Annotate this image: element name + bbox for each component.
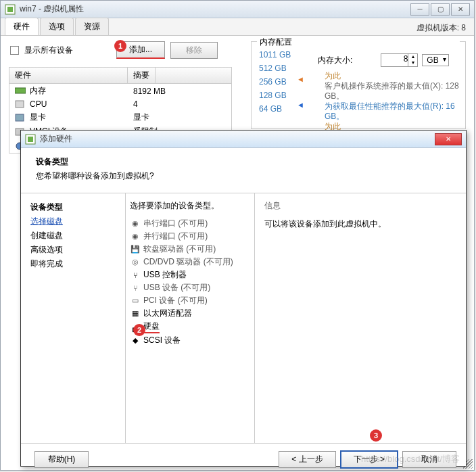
memsize-label: 内存大小: [318, 55, 352, 66]
mem-unit-select[interactable]: GB [422, 54, 448, 66]
mem-note1: 客户机操作系统推荐的最大值(X): 128 GB。 [325, 81, 460, 101]
device-label: 硬盘 [143, 321, 160, 333]
tab-resources[interactable]: 资源 [75, 18, 109, 35]
device-item[interactable]: ◉串行端口 (不可用) [130, 217, 250, 230]
modal-title: 添加硬件 [40, 133, 435, 145]
show-all-checkbox[interactable] [10, 46, 19, 55]
modal-header: 设备类型 您希望将哪种设备添加到虚拟机? [21, 148, 466, 193]
main-title: win7 - 虚拟机属性 [20, 3, 410, 15]
hw-col-hardware: 硬件 [9, 68, 128, 83]
info-label: 信息 [264, 200, 456, 212]
step-create-disk[interactable]: 创建磁盘 [30, 229, 116, 243]
device-icon: ▭ [130, 296, 141, 306]
spinner-icon[interactable]: ▲▼ [408, 54, 417, 66]
step-advanced[interactable]: 高级选项 [30, 243, 116, 257]
back-button[interactable]: < 上一步 [279, 451, 335, 468]
device-item[interactable]: ◉并行端口 (不可用) [130, 230, 250, 243]
table-row[interactable]: CPU4 [9, 98, 231, 110]
device-icon: 💾 [130, 245, 141, 254]
help-button[interactable]: 帮助(H) [34, 451, 89, 468]
watermark: https://blog.csdn.net/博客 [361, 453, 460, 465]
device-list-header: 选择要添加的设备类型。 [130, 200, 250, 212]
remove-button[interactable]: 移除 [170, 42, 218, 59]
cpu-icon [15, 100, 26, 108]
device-item[interactable]: 💾软盘驱动器 (不可用) [130, 243, 250, 256]
device-icon: ◉ [130, 219, 141, 229]
svg-rect-4 [16, 114, 24, 121]
tab-hardware[interactable]: 硬件 [5, 18, 39, 35]
device-icon: ◉ [130, 232, 141, 241]
step-device-type[interactable]: 设备类型 [30, 200, 116, 214]
device-icon: ▦ [130, 309, 141, 318]
main-titlebar: win7 - 虚拟机属性 ─ ▢ ✕ [1, 1, 474, 18]
memory-legend: 内存配置 [257, 37, 460, 48]
minimize-button[interactable]: ─ [410, 3, 429, 16]
device-item[interactable]: ▦以太网适配器 [130, 307, 250, 320]
svg-rect-2 [15, 88, 26, 93]
svg-rect-8 [28, 137, 33, 142]
device-list: 选择要添加的设备类型。 ◉串行端口 (不可用)◉并行端口 (不可用)💾软盘驱动器… [126, 193, 254, 443]
device-label: SCSI 设备 [143, 335, 181, 346]
device-info-panel: 信息 可以将该设备添加到此虚拟机中。 [254, 193, 466, 443]
device-label: PCI 设备 (不可用) [143, 295, 208, 306]
close-button[interactable]: ✕ [451, 3, 470, 16]
device-item[interactable]: ◎CD/DVD 驱动器 (不可用) [130, 256, 250, 268]
device-item[interactable]: ▭PCI 设备 (不可用) [130, 294, 250, 307]
step-badge-2: 2 [133, 324, 145, 336]
info-text: 可以将该设备添加到此虚拟机中。 [264, 218, 456, 230]
svg-rect-1 [7, 7, 13, 12]
wizard-icon [25, 134, 36, 145]
device-label: 并行端口 (不可用) [143, 231, 208, 242]
wizard-steps: 设备类型 选择磁盘 创建磁盘 高级选项 即将完成 [21, 193, 126, 443]
table-row[interactable]: 内存8192 MB [9, 84, 231, 98]
memory-icon [15, 87, 26, 95]
device-icon: ◎ [130, 258, 141, 267]
modal-header-title: 设备类型 [36, 156, 451, 168]
device-item[interactable]: ▄硬盘 [130, 320, 250, 334]
device-item[interactable]: ⑂USB 设备 (不可用) [130, 281, 250, 294]
modal-header-sub: 您希望将哪种设备添加到虚拟机? [36, 170, 451, 182]
tab-options[interactable]: 选项 [40, 18, 74, 35]
step-ready[interactable]: 即将完成 [30, 257, 116, 271]
modal-titlebar: 添加硬件 ✕ [21, 131, 466, 148]
mem-note-hdr: 为此 [325, 71, 460, 81]
device-icon: ⑂ [130, 270, 141, 280]
device-label: 串行端口 (不可用) [143, 218, 208, 229]
device-label: 软盘驱动器 (不可用) [143, 243, 216, 255]
show-all-label: 显示所有设备 [24, 45, 73, 56]
hardware-table-header: 硬件 摘要 [9, 68, 231, 84]
vm-icon [5, 4, 16, 15]
vm-version-label: 虚拟机版本: 8 [416, 22, 466, 34]
step-badge-1: 1 [114, 40, 126, 52]
mem-note2: 为获取最佳性能推荐的最大值(R): 16 GB。 [325, 101, 460, 122]
device-item[interactable]: ◆SCSI 设备 [130, 334, 250, 347]
device-label: 以太网适配器 [143, 308, 192, 319]
modal-close-button[interactable]: ✕ [435, 133, 462, 145]
maximize-button[interactable]: ▢ [431, 3, 450, 16]
hw-col-summary: 摘要 [128, 68, 156, 83]
device-label: USB 设备 (不可用) [143, 282, 210, 293]
device-icon: ◆ [130, 336, 141, 346]
memory-panel: 内存配置 内存大小: 8▲▼ GB 为此 客户机操作系统推荐的最大值(X): 1… [251, 41, 466, 129]
memsize-input[interactable]: 8▲▼ [381, 53, 418, 67]
svg-rect-3 [16, 101, 24, 108]
step-badge-3: 3 [370, 429, 382, 442]
video-icon [15, 114, 26, 122]
main-tabs: 硬件 选项 资源 [1, 18, 474, 36]
add-hardware-dialog: 添加硬件 ✕ 设备类型 您希望将哪种设备添加到虚拟机? 设备类型 选择磁盘 创建… [20, 130, 467, 467]
device-label: CD/DVD 驱动器 (不可用) [143, 256, 233, 268]
device-icon: ⑂ [130, 283, 141, 293]
device-label: USB 控制器 [143, 269, 187, 281]
device-item[interactable]: ⑂USB 控制器 [130, 268, 250, 281]
step-select-disk[interactable]: 选择磁盘 [30, 214, 116, 229]
table-row[interactable]: 显卡显卡 [9, 110, 231, 124]
